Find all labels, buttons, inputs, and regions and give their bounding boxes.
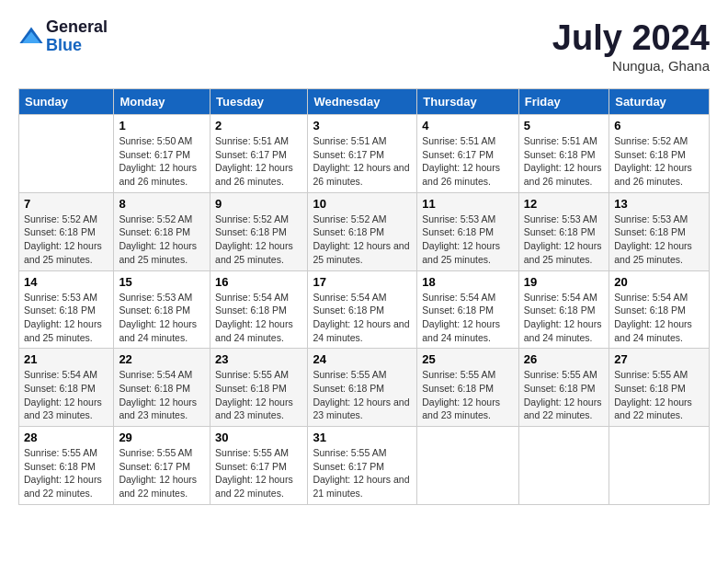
calendar-cell: 11 Sunrise: 5:53 AM Sunset: 6:18 PM Dayl… — [417, 192, 519, 270]
day-number: 6 — [614, 119, 704, 132]
sunrise-text: Sunrise: 5:55 AM — [524, 368, 604, 382]
daylight-text: Daylight: 12 hours and 24 minutes. — [215, 317, 302, 344]
calendar-cell: 2 Sunrise: 5:51 AM Sunset: 6:17 PM Dayli… — [210, 115, 308, 193]
sunset-text: Sunset: 6:17 PM — [422, 148, 514, 162]
calendar-cell: 8 Sunrise: 5:52 AM Sunset: 6:18 PM Dayli… — [114, 192, 210, 270]
day-number: 16 — [215, 275, 302, 289]
day-number: 3 — [313, 119, 412, 132]
daylight-text: Daylight: 12 hours and 25 minutes. — [524, 239, 604, 266]
day-info: Sunrise: 5:53 AM Sunset: 6:18 PM Dayligh… — [614, 213, 704, 267]
calendar-week-row: 7 Sunrise: 5:52 AM Sunset: 6:18 PM Dayli… — [19, 192, 710, 270]
calendar-cell: 27 Sunrise: 5:55 AM Sunset: 6:18 PM Dayl… — [609, 349, 710, 427]
calendar-cell: 26 Sunrise: 5:55 AM Sunset: 6:18 PM Dayl… — [518, 349, 609, 427]
day-info: Sunrise: 5:52 AM Sunset: 6:18 PM Dayligh… — [614, 134, 704, 189]
sunset-text: Sunset: 6:18 PM — [313, 304, 412, 317]
day-number: 26 — [524, 352, 604, 366]
sunset-text: Sunset: 6:17 PM — [313, 460, 412, 474]
sunset-text: Sunset: 6:18 PM — [119, 225, 205, 239]
day-number: 11 — [422, 197, 514, 211]
day-info: Sunrise: 5:55 AM Sunset: 6:18 PM Dayligh… — [524, 368, 604, 422]
sunrise-text: Sunrise: 5:54 AM — [422, 291, 514, 304]
sunset-text: Sunset: 6:17 PM — [119, 148, 205, 162]
sunset-text: Sunset: 6:18 PM — [24, 382, 108, 396]
sunset-text: Sunset: 6:18 PM — [422, 382, 514, 396]
day-number: 20 — [614, 275, 704, 289]
daylight-text: Daylight: 12 hours and 24 minutes. — [614, 317, 704, 344]
daylight-text: Daylight: 12 hours and 25 minutes. — [422, 239, 514, 266]
day-info: Sunrise: 5:55 AM Sunset: 6:18 PM Dayligh… — [24, 446, 108, 500]
calendar-cell: 6 Sunrise: 5:52 AM Sunset: 6:18 PM Dayli… — [609, 115, 710, 193]
sunrise-text: Sunrise: 5:55 AM — [313, 368, 412, 382]
calendar-cell: 18 Sunrise: 5:54 AM Sunset: 6:18 PM Dayl… — [417, 270, 519, 349]
sunrise-text: Sunrise: 5:53 AM — [119, 291, 205, 304]
calendar-cell: 20 Sunrise: 5:54 AM Sunset: 6:18 PM Dayl… — [609, 270, 710, 349]
day-number: 15 — [119, 275, 205, 289]
day-number: 17 — [313, 275, 412, 289]
daylight-text: Daylight: 12 hours and 24 minutes. — [119, 317, 205, 344]
day-number: 25 — [422, 352, 514, 366]
calendar-header-row: Sunday Monday Tuesday Wednesday Thursday… — [19, 89, 710, 115]
day-number: 28 — [24, 431, 108, 444]
day-number: 31 — [313, 431, 412, 444]
calendar-cell — [19, 115, 114, 193]
daylight-text: Daylight: 12 hours and 24 minutes. — [422, 317, 514, 344]
logo-text-line1: General — [46, 18, 108, 37]
day-number: 4 — [422, 119, 514, 132]
sunrise-text: Sunrise: 5:52 AM — [24, 213, 108, 226]
daylight-text: Daylight: 12 hours and 25 minutes. — [24, 317, 108, 344]
sunset-text: Sunset: 6:18 PM — [614, 225, 704, 239]
sunset-text: Sunset: 6:18 PM — [215, 382, 302, 396]
calendar-cell: 17 Sunrise: 5:54 AM Sunset: 6:18 PM Dayl… — [308, 270, 417, 349]
sunrise-text: Sunrise: 5:54 AM — [215, 291, 302, 304]
day-info: Sunrise: 5:55 AM Sunset: 6:18 PM Dayligh… — [614, 368, 704, 422]
daylight-text: Daylight: 12 hours and 25 minutes. — [614, 239, 704, 266]
sunset-text: Sunset: 6:17 PM — [313, 148, 412, 162]
day-info: Sunrise: 5:54 AM Sunset: 6:18 PM Dayligh… — [614, 291, 704, 345]
calendar-cell: 30 Sunrise: 5:55 AM Sunset: 6:17 PM Dayl… — [210, 427, 308, 505]
sunrise-text: Sunrise: 5:54 AM — [119, 368, 205, 382]
daylight-text: Daylight: 12 hours and 26 minutes. — [119, 161, 205, 188]
sunrise-text: Sunrise: 5:51 AM — [313, 134, 412, 148]
daylight-text: Daylight: 12 hours and 22 minutes. — [614, 396, 704, 422]
day-info: Sunrise: 5:50 AM Sunset: 6:17 PM Dayligh… — [119, 134, 205, 189]
sunrise-text: Sunrise: 5:53 AM — [422, 213, 514, 226]
sunset-text: Sunset: 6:18 PM — [313, 225, 412, 239]
day-number: 1 — [119, 119, 205, 132]
sunrise-text: Sunrise: 5:54 AM — [524, 291, 604, 304]
calendar-cell: 24 Sunrise: 5:55 AM Sunset: 6:18 PM Dayl… — [308, 349, 417, 427]
sunset-text: Sunset: 6:17 PM — [215, 148, 302, 162]
day-number: 9 — [215, 197, 302, 211]
daylight-text: Daylight: 12 hours and 23 minutes. — [119, 396, 205, 422]
day-number: 10 — [313, 197, 412, 211]
day-info: Sunrise: 5:52 AM Sunset: 6:18 PM Dayligh… — [313, 213, 412, 267]
day-info: Sunrise: 5:54 AM Sunset: 6:18 PM Dayligh… — [313, 291, 412, 345]
day-number: 2 — [215, 119, 302, 132]
sunset-text: Sunset: 6:18 PM — [24, 304, 108, 317]
daylight-text: Daylight: 12 hours and 21 minutes. — [313, 473, 412, 500]
sunrise-text: Sunrise: 5:54 AM — [313, 291, 412, 304]
sunset-text: Sunset: 6:18 PM — [24, 225, 108, 239]
calendar-table: Sunday Monday Tuesday Wednesday Thursday… — [18, 88, 710, 505]
day-number: 7 — [24, 197, 108, 211]
day-info: Sunrise: 5:51 AM Sunset: 6:17 PM Dayligh… — [215, 134, 302, 189]
daylight-text: Daylight: 12 hours and 22 minutes. — [524, 396, 604, 422]
sunrise-text: Sunrise: 5:53 AM — [24, 291, 108, 304]
header-friday: Friday — [518, 89, 609, 115]
calendar-cell: 15 Sunrise: 5:53 AM Sunset: 6:18 PM Dayl… — [114, 270, 210, 349]
sunset-text: Sunset: 6:18 PM — [614, 148, 704, 162]
day-number: 5 — [524, 119, 604, 132]
sunrise-text: Sunrise: 5:55 AM — [422, 368, 514, 382]
day-number: 8 — [119, 197, 205, 211]
day-info: Sunrise: 5:54 AM Sunset: 6:18 PM Dayligh… — [524, 291, 604, 345]
day-info: Sunrise: 5:52 AM Sunset: 6:18 PM Dayligh… — [119, 213, 205, 267]
calendar-cell: 5 Sunrise: 5:51 AM Sunset: 6:18 PM Dayli… — [518, 115, 609, 193]
day-number: 14 — [24, 275, 108, 289]
calendar-cell: 4 Sunrise: 5:51 AM Sunset: 6:17 PM Dayli… — [417, 115, 519, 193]
sunset-text: Sunset: 6:18 PM — [24, 460, 108, 474]
sunrise-text: Sunrise: 5:55 AM — [215, 368, 302, 382]
day-info: Sunrise: 5:51 AM Sunset: 6:17 PM Dayligh… — [313, 134, 412, 189]
day-info: Sunrise: 5:53 AM Sunset: 6:18 PM Dayligh… — [524, 213, 604, 267]
sunset-text: Sunset: 6:18 PM — [313, 382, 412, 396]
title-area: July 2024 Nungua, Ghana — [552, 18, 710, 74]
sunset-text: Sunset: 6:18 PM — [614, 382, 704, 396]
